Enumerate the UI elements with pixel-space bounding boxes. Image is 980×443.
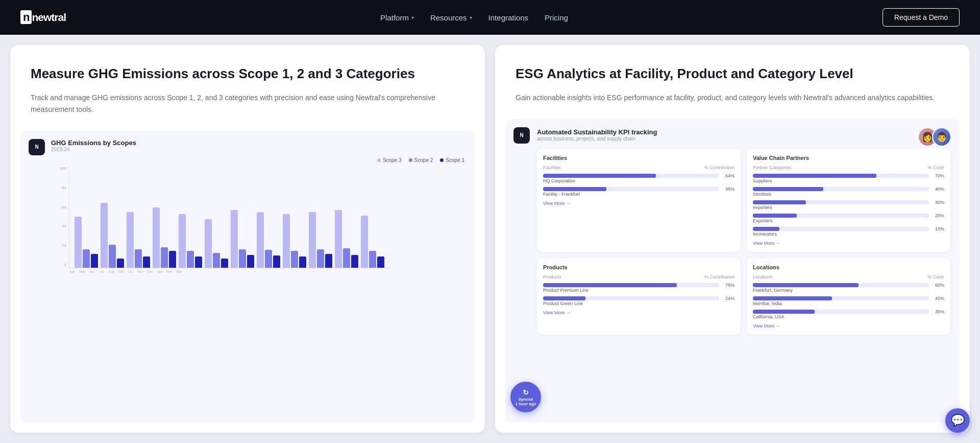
legend-scope2: Scope 2 [409,157,433,163]
right-card: ESG Analytics at Facility, Product and C… [495,45,970,433]
bar-scope3 [231,210,238,268]
bar-chart [69,166,389,268]
synced-badge: ↻ Synced 1 hour ago [510,382,541,412]
legend-scope1: Scope 1 [440,157,464,163]
kpi-col-header: Partner Categories% Contr [753,165,944,170]
bar-group [153,207,176,268]
ghg-chart-container: N GHG Emissions by Scopes 2023-24 Scope … [20,131,475,423]
kpi-row-label: Frankfurt, Germany [753,288,944,293]
kpi-bar-wrap: 45% [753,296,944,301]
nav-pricing[interactable]: Pricing [545,13,568,22]
bar-scope1 [325,254,332,268]
y-label-0: 0 [64,263,66,267]
logo[interactable]: nnewtral [20,11,66,24]
nav-platform[interactable]: Platform ▾ [380,13,414,22]
kpi-row-label: Product Green Line [543,301,734,306]
request-demo-button[interactable]: Request a Demo [883,8,960,27]
kpi-bar-wrap: 60% [753,283,944,288]
kpi-bar-fill [543,283,677,287]
kpi-row-label: Suppliers [753,178,944,183]
kpi-row: 76% Product Premium Line [543,283,734,293]
kpi-bar-wrap: 24% [543,296,734,301]
kpi-bar-wrap: 70% [753,173,944,178]
bar-group [205,219,228,268]
kpi-pct: 15% [932,226,944,231]
kpi-row: 70% Suppliers [753,173,944,183]
kpi-row-label: California, USA [753,314,944,319]
kpi-view-more-link[interactable]: View More → [753,241,944,246]
bar-scope2 [161,247,168,268]
chevron-down-icon: ▾ [411,15,414,20]
bar-scope1 [221,259,228,268]
bar-group [101,203,124,268]
kpi-row-label: Stockists [753,192,944,197]
nav-integrations[interactable]: Integrations [488,13,528,22]
kpi-pct: 36% [722,186,734,192]
kpi-row: 36% Facility - Frankfurt [543,186,734,197]
bar-scope2 [187,251,194,268]
kpi-pct: 40% [932,186,944,192]
newtral-logo-kpi: N [513,127,530,144]
kpi-col-header: Locations% Contr [753,274,944,279]
bar-scope1 [143,257,150,268]
bar-group [179,214,202,268]
kpi-bar-fill [543,174,656,178]
nav-resources[interactable]: Resources ▾ [430,13,472,22]
left-card-desc: Track and manage GHG emissions across Sc… [31,92,464,115]
kpi-row-label: HQ Corporation [543,178,734,183]
bar-scope1 [299,257,306,268]
main-content: Measure GHG Emissions across Scope 1, 2 … [0,35,980,443]
kpi-bar-fill [753,174,876,178]
kpi-col-header: Facilities% Contribution [543,165,734,170]
synced-label: Synced [519,397,533,402]
bar-scope1 [377,257,384,268]
kpi-panel-title: Facilities [543,155,734,161]
bar-scope1 [351,255,358,268]
kpi-row-label: Mumbai, India [753,301,944,306]
kpi-bar-fill [543,296,585,300]
synced-sublabel: 1 hour ago [516,402,536,406]
kpi-row: 60% Frankfurt, Germany [753,283,944,293]
kpi-row-label: Incinerators [753,231,944,237]
chat-button[interactable]: 💬 [945,408,970,433]
kpi-bar-fill [753,214,797,218]
bar-scope3 [283,214,290,268]
left-card-title: Measure GHG Emissions across Scope 1, 2 … [31,65,464,83]
y-label-80: 80 [62,185,66,190]
y-label-60: 60 [62,205,66,209]
kpi-view-more-link[interactable]: View More → [543,310,734,315]
bar-scope1 [195,257,202,268]
bar-group [335,210,358,268]
kpi-bar-fill [543,187,606,191]
kpi-bar-wrap: 64% [543,173,734,178]
bar-scope3 [75,217,82,268]
kpi-subheader: across business, projects, and supply ch… [537,136,950,142]
kpi-pct: 24% [722,296,734,301]
kpi-panel: ProductsProducts% Contribution 76% Produ… [537,258,741,335]
kpi-bar-fill [753,310,815,314]
kpi-row-label: Product Premium Line [543,288,734,293]
kpi-panel: Value Chain PartnersPartner Categories% … [747,149,950,252]
kpi-col-header: Products% Contribution [543,274,734,279]
kpi-pct: 70% [932,173,944,178]
kpi-bar-fill [753,283,859,287]
bar-scope3 [101,203,108,268]
kpi-row: 24% Product Green Line [543,296,734,306]
kpi-panel: LocationsLocations% Contr 60% Frankfurt,… [747,258,950,335]
newtral-logo-chart: N [29,139,45,155]
kpi-bar-bg [753,200,929,204]
nav-links: Platform ▾ Resources ▾ Integrations Pric… [380,13,568,22]
kpi-panel: FacilitiesFacilities% Contribution 64% H… [537,149,741,252]
kpi-bar-fill [753,187,823,191]
bar-scope2 [343,248,350,268]
bar-scope3 [309,212,316,268]
bar-group [127,212,150,268]
kpi-bar-wrap: 30% [753,200,944,205]
bar-scope1 [247,255,254,268]
chart-subtitle: 2023-24 [51,147,464,152]
bar-scope3 [335,210,342,268]
bar-scope3 [205,219,212,268]
kpi-view-more-link[interactable]: View More → [753,323,944,329]
kpi-view-more-link[interactable]: View More → [543,201,734,206]
legend-scope3: Scope 3 [377,157,402,163]
